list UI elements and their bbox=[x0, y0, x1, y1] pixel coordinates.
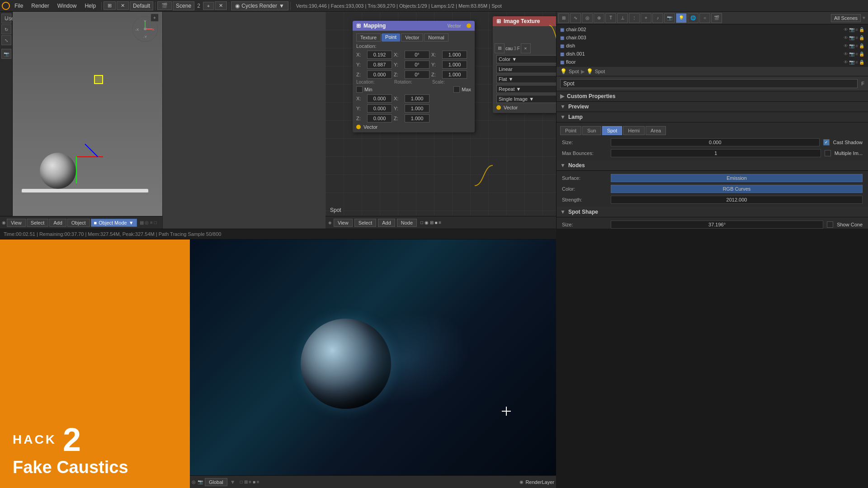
object-mode-btn[interactable]: ■ Object Mode ▼ bbox=[91, 219, 137, 227]
lamp-tab-hemi[interactable]: Hemi bbox=[623, 126, 645, 135]
dish-more[interactable]: ≡ bbox=[855, 43, 858, 48]
rt-icon-scene[interactable]: 🌐 bbox=[688, 13, 698, 23]
scene-item-chair003[interactable]: ▦ chair.003 👁 📷 ≡ 🔒 bbox=[557, 33, 868, 42]
scene-item-floor[interactable]: ▦ floor 👁 📷 ≡ 🔒 bbox=[557, 58, 868, 66]
cast-shadow-check[interactable] bbox=[823, 139, 830, 145]
node-editor[interactable]: ⊞ Mapping Vector Texture Point Vector No… bbox=[326, 12, 556, 229]
all-scenes-dropdown[interactable]: All Scenes bbox=[831, 14, 861, 22]
img-ops[interactable]: ✕ bbox=[521, 43, 531, 53]
menu-window[interactable]: Window bbox=[54, 2, 80, 10]
rt-icon-empty[interactable]: + bbox=[641, 13, 651, 23]
floor-vis[interactable]: 👁 bbox=[844, 60, 848, 65]
ne-view[interactable]: View bbox=[334, 219, 353, 227]
rt-icon-surf[interactable]: ◎ bbox=[582, 13, 593, 23]
max-y-input[interactable] bbox=[405, 104, 429, 113]
dish-render[interactable]: 📷 bbox=[849, 43, 854, 48]
min-checkbox[interactable] bbox=[356, 86, 363, 93]
scene-item-dish001[interactable]: ▦ dish.001 👁 📷 ≡ 🔒 bbox=[557, 50, 868, 58]
tab-vector[interactable]: Vector bbox=[401, 33, 423, 42]
vp-add[interactable]: + bbox=[151, 14, 159, 22]
loc-y-input[interactable] bbox=[367, 61, 392, 69]
scale-y-input[interactable] bbox=[442, 61, 467, 69]
floor-render[interactable]: 📷 bbox=[849, 60, 854, 65]
scene-item-chair002[interactable]: ▦ chair.002 👁 📷 ≡ 🔒 bbox=[557, 25, 868, 33]
dish001-more[interactable]: ≡ bbox=[855, 52, 858, 56]
min-x-input[interactable] bbox=[367, 94, 392, 103]
rot-z-input[interactable] bbox=[405, 70, 429, 79]
loc-z-input[interactable] bbox=[367, 70, 392, 79]
3d-viewport[interactable]: ↔ ↻ ⤡ 📷 User Persp bbox=[0, 12, 163, 229]
scene-item-dish[interactable]: ▦ dish 👁 📷 ≡ 🔒 bbox=[557, 42, 868, 50]
dish-lock[interactable]: 🔒 bbox=[859, 43, 864, 48]
surface-value[interactable]: Emission bbox=[611, 174, 863, 182]
menu-file[interactable]: File bbox=[11, 2, 27, 10]
floor-lock[interactable]: 🔒 bbox=[859, 60, 864, 65]
scale-x-input[interactable] bbox=[442, 51, 467, 59]
show-cone-check[interactable] bbox=[827, 221, 833, 228]
nodes-header[interactable]: ▼ Nodes bbox=[557, 160, 868, 171]
tab-texture[interactable]: Texture bbox=[356, 33, 381, 42]
color-dropdown[interactable]: Color ▼ bbox=[496, 55, 556, 63]
scene-add[interactable]: + bbox=[203, 2, 214, 10]
lamp-tab-point[interactable]: Point bbox=[560, 126, 581, 135]
rt-icon-world[interactable]: ○ bbox=[699, 13, 710, 23]
linear-dropdown[interactable]: Linear bbox=[496, 65, 556, 73]
max-bounces-value[interactable]: 1 bbox=[611, 149, 821, 157]
rt-icon-cam[interactable]: 📷 bbox=[664, 13, 675, 23]
flat-dropdown[interactable]: Flat ▼ bbox=[496, 75, 556, 83]
rt-icon-arm[interactable]: ⊥ bbox=[617, 13, 628, 23]
min-z-input[interactable] bbox=[367, 114, 392, 122]
rot-x-input[interactable] bbox=[405, 51, 429, 59]
preview-header[interactable]: ▼ Preview bbox=[557, 102, 868, 112]
size-value[interactable]: 0.000 bbox=[611, 138, 820, 146]
chair002-lock[interactable]: 🔒 bbox=[859, 27, 864, 32]
spot-shape-header[interactable]: ▼ Spot Shape bbox=[557, 207, 868, 217]
menu-help[interactable]: Help bbox=[81, 2, 99, 10]
ne-add[interactable]: Add bbox=[378, 219, 395, 227]
ne-select[interactable]: Select bbox=[354, 219, 377, 227]
chair003-render[interactable]: 📷 bbox=[849, 35, 854, 40]
scale-z-input[interactable] bbox=[442, 70, 467, 79]
repeat-dropdown[interactable]: Repeat ▼ bbox=[496, 85, 556, 93]
rt-icon-spk[interactable]: ♪ bbox=[652, 13, 663, 23]
lamp-tab-area[interactable]: Area bbox=[646, 126, 666, 135]
max-z-input[interactable] bbox=[405, 114, 429, 122]
vp-object[interactable]: Object bbox=[67, 219, 90, 227]
rt-icon-mesh[interactable]: ⊞ bbox=[558, 13, 569, 23]
dish001-lock[interactable]: 🔒 bbox=[859, 52, 864, 56]
render-engine[interactable]: ◉ Cycles Render ▼ bbox=[231, 1, 288, 10]
rot-y-input[interactable] bbox=[405, 61, 429, 69]
multiple-im-check[interactable] bbox=[825, 150, 831, 156]
rt-icon-render[interactable]: 🎬 bbox=[711, 13, 722, 23]
chair002-more[interactable]: ≡ bbox=[855, 27, 858, 32]
floor-more[interactable]: ≡ bbox=[855, 60, 858, 65]
dish001-render[interactable]: 📷 bbox=[849, 52, 854, 56]
chair003-vis[interactable]: 👁 bbox=[844, 35, 848, 40]
vp-view[interactable]: View bbox=[7, 219, 26, 227]
max-x-input[interactable] bbox=[405, 94, 429, 103]
tool-camera[interactable]: 📷 bbox=[1, 49, 11, 59]
min-y-input[interactable] bbox=[367, 104, 392, 113]
chair003-more[interactable]: ≡ bbox=[855, 35, 858, 40]
custom-props-header[interactable]: ▶ Custom Properties bbox=[557, 91, 868, 102]
tool-rotate[interactable]: ↻ bbox=[1, 24, 11, 34]
render-global[interactable]: Global bbox=[205, 478, 227, 486]
chair002-render[interactable]: 📷 bbox=[849, 27, 854, 32]
lamp-header[interactable]: ▼ Lamp bbox=[557, 112, 868, 122]
chair003-lock[interactable]: 🔒 bbox=[859, 35, 864, 40]
tab-point[interactable]: Point bbox=[382, 33, 400, 42]
tab-normal[interactable]: Normal bbox=[424, 33, 448, 42]
dish001-vis[interactable]: 👁 bbox=[844, 52, 848, 56]
scene-remove[interactable]: ✕ bbox=[215, 1, 227, 10]
loc-x-input[interactable]: 0.192 bbox=[367, 51, 392, 59]
strength-value[interactable]: 2012.000 bbox=[611, 196, 863, 204]
vp-select[interactable]: Select bbox=[27, 219, 49, 227]
color-value[interactable]: RGB Curves bbox=[611, 185, 863, 193]
dish-vis[interactable]: 👁 bbox=[844, 43, 848, 48]
single-image-dropdown[interactable]: Single Image ▼ bbox=[496, 95, 556, 103]
spot-size-value[interactable]: 37.196° bbox=[611, 221, 823, 229]
max-checkbox[interactable] bbox=[453, 86, 460, 93]
rt-icon-curve[interactable]: ∿ bbox=[570, 13, 581, 23]
rt-icon-latt[interactable]: ⋮ bbox=[629, 13, 640, 23]
rt-icon-lamp[interactable]: 💡 bbox=[676, 13, 687, 23]
